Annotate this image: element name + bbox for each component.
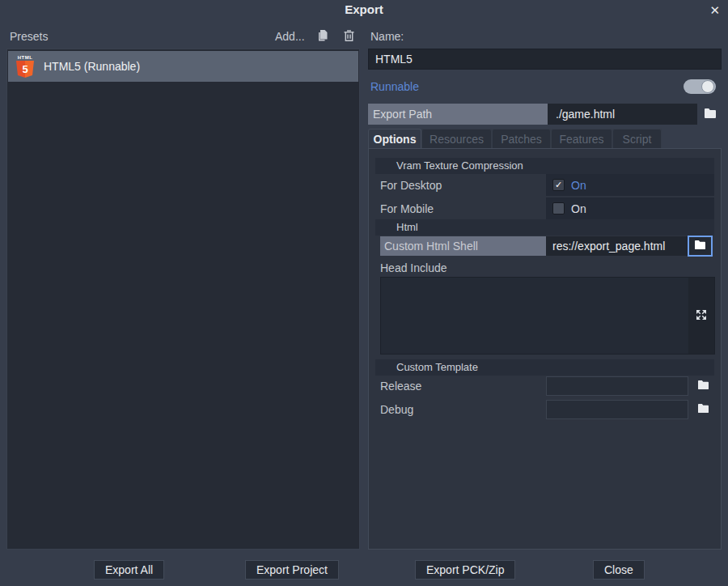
copy-icon xyxy=(316,29,329,45)
dialog-title: Export xyxy=(0,2,728,16)
export-path-browse-button[interactable] xyxy=(699,104,722,125)
tab-resources[interactable]: Resources xyxy=(421,129,492,149)
folder-icon xyxy=(704,108,717,121)
close-icon[interactable]: ✕ xyxy=(709,3,720,18)
html5-icon: HTML 5 xyxy=(15,55,36,78)
release-browse-button[interactable] xyxy=(692,376,713,396)
presets-list: HTML 5 HTML5 (Runnable) xyxy=(6,49,360,550)
custom-html-shell-label: Custom Html Shell xyxy=(380,236,546,256)
tab-features[interactable]: Features xyxy=(551,129,612,149)
close-button[interactable]: Close xyxy=(593,560,645,580)
export-project-button[interactable]: Export Project xyxy=(245,560,339,580)
expand-icon xyxy=(695,308,708,324)
preset-item-html5[interactable]: HTML 5 HTML5 (Runnable) xyxy=(8,51,358,82)
delete-preset-button[interactable] xyxy=(341,29,356,44)
for-mobile-on-label: On xyxy=(571,202,586,215)
preset-item-label: HTML5 (Runnable) xyxy=(44,60,140,73)
custom-html-shell-browse-button[interactable] xyxy=(688,236,713,257)
export-all-button[interactable]: Export All xyxy=(94,560,164,580)
export-path-label: Export Path xyxy=(368,104,548,125)
folder-icon xyxy=(697,403,709,416)
head-include-expand-button[interactable] xyxy=(688,278,714,354)
for-mobile-value: On xyxy=(546,197,714,219)
tab-patches[interactable]: Patches xyxy=(492,129,551,149)
debug-browse-button[interactable] xyxy=(692,400,713,419)
for-mobile-label: For Mobile xyxy=(380,202,434,215)
options-panel: Vram Texture Compression For Desktop ✓ O… xyxy=(368,148,722,550)
head-include-label: Head Include xyxy=(380,261,447,274)
custom-html-shell-input[interactable]: res://export_page.html xyxy=(546,236,688,256)
toggle-knob xyxy=(701,80,714,93)
add-preset-button[interactable]: Add... xyxy=(275,30,305,43)
head-include-textarea[interactable] xyxy=(380,277,715,355)
runnable-label: Runnable xyxy=(370,80,419,93)
trash-icon xyxy=(343,29,355,45)
export-dialog: { "window": { "title": "Export" }, "icon… xyxy=(0,0,728,586)
for-desktop-checkbox[interactable]: ✓ xyxy=(552,179,565,191)
folder-icon xyxy=(697,380,709,393)
folder-icon xyxy=(694,240,706,253)
options-tab-bar: Options Resources Patches Features Scrip… xyxy=(368,128,662,149)
debug-input[interactable] xyxy=(546,400,688,419)
for-desktop-label: For Desktop xyxy=(380,179,442,192)
name-label: Name: xyxy=(370,30,404,43)
duplicate-preset-button[interactable] xyxy=(315,29,330,44)
for-desktop-value: ✓ On xyxy=(546,174,714,196)
export-path-input[interactable]: ./game.html xyxy=(548,104,697,125)
export-pck-zip-button[interactable]: Export PCK/Zip xyxy=(415,560,515,580)
presets-header: Presets xyxy=(10,30,48,43)
tab-options[interactable]: Options xyxy=(368,129,421,149)
section-custom-template: Custom Template xyxy=(375,359,714,376)
runnable-toggle[interactable] xyxy=(684,79,716,94)
section-html: Html xyxy=(375,219,714,236)
release-label: Release xyxy=(380,380,421,393)
for-mobile-checkbox[interactable] xyxy=(552,202,565,214)
name-input[interactable] xyxy=(368,49,722,70)
section-vram-texture-compression: Vram Texture Compression xyxy=(375,158,714,174)
for-desktop-on-label[interactable]: On xyxy=(571,179,586,192)
debug-label: Debug xyxy=(380,403,413,416)
release-input[interactable] xyxy=(546,376,688,396)
tab-script[interactable]: Script xyxy=(612,129,662,149)
